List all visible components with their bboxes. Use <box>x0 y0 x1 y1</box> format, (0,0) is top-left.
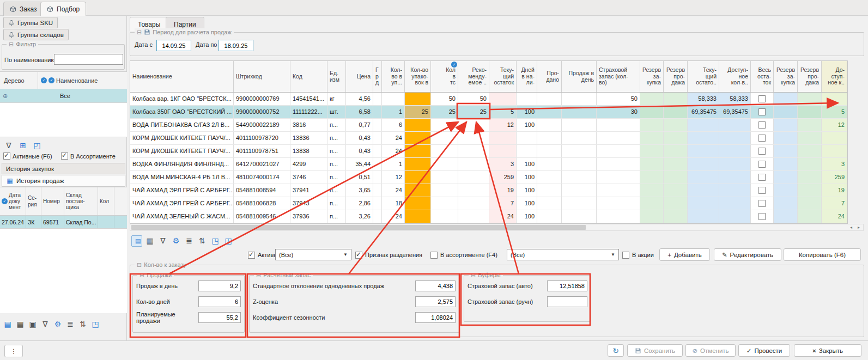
cell-reserve-purchase-2[interactable] <box>774 93 798 105</box>
buffer-field-input[interactable] <box>547 296 587 307</box>
cell-safety-stock[interactable] <box>597 145 640 157</box>
purchase-history-tab[interactable]: История закупок <box>2 163 125 174</box>
cell-price[interactable]: 0,43 <box>346 132 373 144</box>
cell-code[interactable]: 14541541... <box>290 93 327 105</box>
cell-current-stock[interactable]: 5 <box>489 106 517 118</box>
copy-button[interactable]: Копировать (F6) <box>784 248 861 261</box>
cell-recommended[interactable]: 50 <box>458 93 489 105</box>
cell-sold[interactable] <box>537 197 562 210</box>
col-header-qty-ts[interactable]: ✓Кол в тс <box>431 61 458 92</box>
cell-reserve-purchase-2[interactable] <box>774 106 798 118</box>
whole-stock-checkbox[interactable] <box>758 161 766 168</box>
cell-packs[interactable] <box>405 93 431 105</box>
cell-reserve-sale-2[interactable] <box>798 132 822 144</box>
cell-code[interactable]: 13838 <box>290 145 327 157</box>
cell-group[interactable] <box>373 93 382 105</box>
calendar-icon[interactable]: ▣ <box>27 319 38 329</box>
cell-packs[interactable] <box>405 184 431 197</box>
list-view-icon[interactable]: ▤ <box>131 235 142 247</box>
cell-safety-stock[interactable] <box>597 132 640 144</box>
cell-current-stock-2[interactable] <box>688 184 719 197</box>
cell-recommended[interactable] <box>458 119 489 131</box>
cell-qty-in-pack[interactable]: 24 <box>382 132 405 144</box>
assortment-checkbox[interactable] <box>61 152 68 160</box>
cell-current-stock[interactable]: 3 <box>489 158 517 170</box>
cell-unit[interactable]: п... <box>327 171 346 184</box>
tree-row-all[interactable]: ⊕ Все <box>0 89 127 103</box>
table-row[interactable]: Колбаса 350Г ОАО "БРЕСТСКИЙ ... 99000000… <box>130 106 847 119</box>
cell-reserve-sale-2[interactable] <box>798 184 822 197</box>
export-icon[interactable]: ◫ <box>223 235 234 246</box>
date-to-input[interactable] <box>218 40 253 51</box>
cell-group[interactable] <box>373 132 382 144</box>
cell-reserve-sale[interactable] <box>664 119 688 131</box>
cell-current-stock[interactable]: 12 <box>489 119 517 131</box>
cell-name[interactable]: ВОДКА ФИНЛЯНДИЯ ФИНЛЯНД... <box>130 158 234 170</box>
cell-sales-per-day[interactable] <box>562 210 597 223</box>
cell-sales-per-day[interactable] <box>562 197 597 210</box>
close-button[interactable]: × Закрыть <box>794 344 861 357</box>
cell-unit[interactable]: п... <box>327 184 346 197</box>
col-header-packs[interactable]: Кол-во упако- вок в <box>405 61 431 92</box>
cell-code[interactable]: 4299 <box>290 158 327 170</box>
col-header-recommended[interactable]: Реко- менду- емое .. <box>458 61 489 92</box>
cell-days-available[interactable]: 100 <box>517 119 537 131</box>
cell-packs[interactable]: 25 <box>405 106 431 118</box>
cell-price[interactable]: 3,26 <box>346 210 373 223</box>
cell-recommended[interactable] <box>458 197 489 210</box>
cell-packs[interactable] <box>405 132 431 144</box>
cell-reserve-purchase[interactable] <box>640 145 664 157</box>
col-header-reserve-purchase[interactable]: Резерв за- купка <box>640 61 664 92</box>
cell-group[interactable] <box>373 184 382 197</box>
cell-available-qty-2[interactable] <box>822 145 847 157</box>
cell-qty-ts[interactable]: 25 <box>431 106 458 118</box>
cell-days-available[interactable]: 100 <box>517 106 537 118</box>
cell-price[interactable]: 35,44 <box>346 158 373 170</box>
collapse-icon[interactable]: ⊟ <box>137 28 142 36</box>
cell-qty-ts[interactable] <box>431 197 458 210</box>
open-window-icon[interactable]: ◳ <box>210 235 221 246</box>
cell-qty-in-pack[interactable]: 6 <box>382 119 405 131</box>
cell-days-available[interactable]: 100 <box>517 184 537 197</box>
cell-sold[interactable] <box>537 132 562 144</box>
cell-sales-per-day[interactable] <box>562 171 597 184</box>
cell-reserve-sale-2[interactable] <box>798 171 822 184</box>
cell-days-available[interactable]: 100 <box>517 158 537 170</box>
cell-qty-ts[interactable] <box>431 158 458 170</box>
cancel-button[interactable]: ⊘ Отменить <box>685 344 736 357</box>
collapse-icon[interactable]: ⊟ <box>256 271 261 279</box>
cell-days-available[interactable] <box>517 145 537 157</box>
menu-button[interactable]: ⋮ <box>4 345 23 357</box>
whole-stock-checkbox[interactable] <box>758 108 766 115</box>
cell-safety-stock[interactable] <box>597 184 640 197</box>
cell-safety-stock[interactable] <box>597 158 640 170</box>
cell-available-qty[interactable] <box>719 145 751 157</box>
cell-qty-ts[interactable] <box>431 119 458 131</box>
cell-code[interactable]: 3746 <box>290 171 327 184</box>
cell-available-qty[interactable] <box>719 210 751 223</box>
whole-stock-checkbox[interactable] <box>758 148 766 155</box>
cell-available-qty[interactable] <box>719 158 751 170</box>
table-row[interactable]: ВОДА ПИТ.БОНАКВА С/ГАЗ 2Л В... 544900002… <box>130 119 847 132</box>
col-header-available-qty-2[interactable]: До- ступ- ное к.. <box>822 61 847 92</box>
cell-code[interactable]: 3816 <box>290 119 327 131</box>
col-header-current-stock-2[interactable]: Теку- щий остато.. <box>688 61 719 92</box>
cell-recommended[interactable] <box>458 184 489 197</box>
cell-available-qty[interactable] <box>719 132 751 144</box>
table-row[interactable]: Колбаса вар. 1КГ ОАО "БРЕСТСК... 9900000… <box>130 93 847 106</box>
cell-barcode[interactable]: 054881006828 <box>234 197 290 210</box>
horizontal-scrollbar[interactable]: ◂ ▸ <box>130 224 864 231</box>
cell-code[interactable]: 37936 <box>290 210 327 223</box>
cell-current-stock-2[interactable] <box>688 171 719 184</box>
cell-sold[interactable] <box>537 106 562 118</box>
date-from-input[interactable] <box>156 40 191 51</box>
warehouse-groups-button[interactable]: Группы складов <box>3 29 69 40</box>
table-row[interactable]: ЧАЙ АХМАД ЭРЛ ГРЕЙ С АР.БЕРГ... 05488100… <box>130 197 847 210</box>
cell-unit[interactable]: п... <box>327 158 346 170</box>
numbered-list-icon[interactable]: ≣ <box>184 235 195 246</box>
calc-field-input[interactable] <box>415 280 456 291</box>
cell-reserve-purchase[interactable] <box>640 158 664 170</box>
cell-unit[interactable]: п... <box>327 132 346 144</box>
scroll-right-icon[interactable]: ▸ <box>855 224 863 230</box>
cell-qty-ts[interactable] <box>431 210 458 223</box>
